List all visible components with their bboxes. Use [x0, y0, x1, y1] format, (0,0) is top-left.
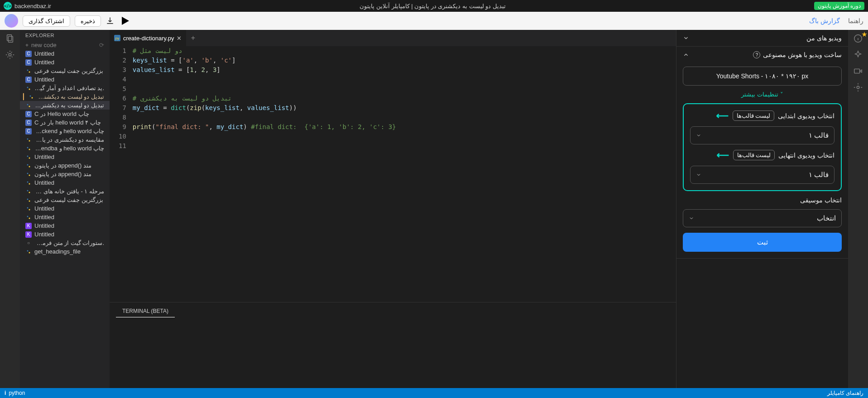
file-item[interactable]: Untitled	[20, 213, 110, 221]
svg-point-19	[27, 173, 29, 174]
new-code-button[interactable]: + new code ⟳	[20, 41, 110, 49]
files-icon[interactable]	[5, 34, 15, 43]
file-item[interactable]: CUntitled	[20, 58, 110, 67]
info-icon[interactable]	[853, 34, 863, 43]
file-item[interactable]: متد ()append در پایتون	[20, 161, 110, 170]
file-item[interactable]: متد ()append در پایتون	[20, 170, 110, 178]
file-item[interactable]: CUntitled	[20, 75, 110, 84]
terminal-title: TERMINAL (BETA)	[116, 305, 175, 317]
file-item[interactable]: Untitled	[20, 204, 110, 213]
gear-icon[interactable]	[5, 50, 15, 60]
k-file-icon: K	[25, 231, 32, 238]
svg-point-26	[29, 200, 30, 201]
file-item[interactable]: CUntitled	[20, 49, 110, 58]
save-button[interactable]: ذخیره	[75, 15, 101, 27]
file-item[interactable]: مرحله ۱ - یافتن خانه های خالی	[20, 187, 110, 196]
download-icon[interactable]	[106, 16, 115, 25]
file-item[interactable]: Untitled	[20, 153, 110, 161]
video-icon[interactable]	[853, 66, 863, 76]
svg-point-27	[27, 207, 29, 208]
file-item[interactable]: Cچاپ hello world ۴ بار در C	[20, 118, 110, 127]
terminal[interactable]: TERMINAL (BETA)	[110, 302, 676, 388]
file-item[interactable]: KUntitled	[20, 230, 110, 239]
outro-template-select[interactable]: قالب ۱	[690, 166, 834, 184]
share-button[interactable]: اشتراک گذاری	[23, 15, 70, 27]
music-label: انتخاب موسیقی	[683, 197, 842, 204]
tab-filename: create-dictionary.py	[123, 35, 174, 42]
report-bug-link[interactable]: گزارش باگ	[809, 17, 840, 24]
statusbar: i python راهنمای کامپایلر	[0, 388, 868, 398]
file-item[interactable]: Cچاپ hello world و backend ر	[20, 127, 110, 135]
file-item[interactable]: مقایسه دو دیکشنری در پایتون	[20, 135, 110, 144]
sparkle-icon[interactable]	[853, 50, 863, 60]
file-item[interactable]: بزرگترین جفت لیست فرعی	[20, 67, 110, 75]
page-title: تبدیل دو لیست به دیکشنری در پایتون | کام…	[360, 3, 506, 10]
submit-button[interactable]: ثبت	[683, 233, 842, 252]
file-item[interactable]: Cچاپ Hello world در C	[20, 110, 110, 118]
run-button[interactable]	[122, 17, 129, 25]
help-link[interactable]: راهنما	[848, 17, 863, 24]
file-label: چاپ hello world و backend ر	[34, 128, 104, 134]
svg-point-6	[29, 88, 30, 90]
file-label: Untitled	[34, 179, 54, 186]
svg-point-29	[27, 216, 29, 217]
music-select[interactable]: انتخاب	[683, 209, 842, 227]
py-file-icon	[25, 154, 32, 160]
more-settings-link[interactable]: تنظیمات بیشتر	[683, 91, 842, 98]
file-item[interactable]: چاپ hello world و backendba	[20, 144, 110, 153]
file-label: .ید تصادفی اعداد و آمار گیری در	[34, 85, 104, 91]
gear-icon[interactable]	[853, 82, 863, 92]
file-item[interactable]: get_headings_file	[20, 247, 110, 256]
explorer-list: + new code ⟳ CUntitledCUntitledبزرگترین …	[20, 41, 110, 388]
file-item[interactable]: Untitled	[20, 178, 110, 187]
x-file-icon: ○	[25, 240, 32, 246]
c-file-icon: C	[25, 51, 32, 57]
py-file-icon	[25, 137, 32, 143]
file-label: متد ()append در پایتون	[34, 162, 91, 169]
file-label: بزرگترین جفت لیست فرعی	[34, 197, 103, 203]
file-item[interactable]: بزرگترین جفت لیست فرعی	[20, 196, 110, 204]
explorer-title: EXPLORER	[20, 30, 110, 41]
file-label: تبدیل دو لیست به دیکشنری در	[37, 93, 104, 100]
file-item[interactable]: .ید تصادفی اعداد و آمار گیری در	[20, 84, 110, 92]
templates-list-button-outro[interactable]: لیست قالب‌ها	[733, 150, 775, 160]
status-language[interactable]: python	[9, 390, 25, 396]
code-editor[interactable]: 1234567891011 # دو لیست مثلkeys_list = […	[110, 46, 676, 302]
py-file-icon	[25, 180, 32, 186]
file-item[interactable]: تبدیل دو لیست به دیکشنری در	[20, 92, 110, 101]
file-item[interactable]: ○.ستورات گیت از متن فرمت شده	[20, 239, 110, 247]
svg-point-30	[29, 217, 30, 219]
ai-video-header[interactable]: ساخت ویدیو با هوش مصنوعی ?	[676, 47, 848, 63]
tab-active[interactable]: py create-dictionary.py ✕	[110, 30, 186, 46]
svg-point-21	[27, 181, 29, 182]
svg-point-20	[29, 174, 30, 176]
help-circle-icon[interactable]: ?	[753, 51, 760, 58]
svg-point-2	[9, 53, 11, 56]
svg-point-25	[27, 198, 29, 200]
logo-icon[interactable]: </>	[4, 2, 12, 10]
preset-box[interactable]: Youtube Shorts - ۱۰۸۰ * ۱۹۲۰ px	[683, 67, 842, 86]
compiler-guide-link[interactable]: راهنمای کامپایلر	[827, 390, 863, 396]
course-button[interactable]: دوره آموزش پایتون	[814, 2, 864, 10]
chevron-down-icon	[689, 216, 694, 221]
file-item[interactable]: تبدیل دو لیست به دیکشنری در پایتون	[20, 101, 110, 110]
toolbar: اشتراک گذاری ذخیره راهنما گزارش باگ	[0, 12, 868, 30]
templates-list-button-intro[interactable]: لیست قالب‌ها	[733, 110, 775, 121]
chevron-down-icon	[683, 35, 689, 41]
add-tab-button[interactable]: +	[186, 30, 200, 46]
tabbar: py create-dictionary.py ✕ +	[110, 30, 676, 46]
outro-template-value: قالب ۱	[809, 171, 829, 179]
refresh-icon[interactable]: ⟳	[99, 42, 104, 48]
file-label: چاپ hello world و backendba	[34, 145, 104, 152]
svg-rect-1	[8, 36, 13, 42]
my-videos-header[interactable]: ویدیو های من	[676, 30, 848, 46]
plus-icon: +	[25, 42, 29, 48]
avatar[interactable]	[5, 14, 18, 28]
k-file-icon: K	[25, 223, 32, 229]
close-tab-icon[interactable]: ✕	[177, 35, 182, 42]
svg-point-5	[27, 86, 29, 88]
file-item[interactable]: KUntitled	[20, 221, 110, 230]
topbar-left: </> backendbaz.ir	[4, 2, 51, 10]
site-name: backendbaz.ir	[14, 3, 51, 10]
intro-template-select[interactable]: قالب ۱	[690, 126, 834, 144]
